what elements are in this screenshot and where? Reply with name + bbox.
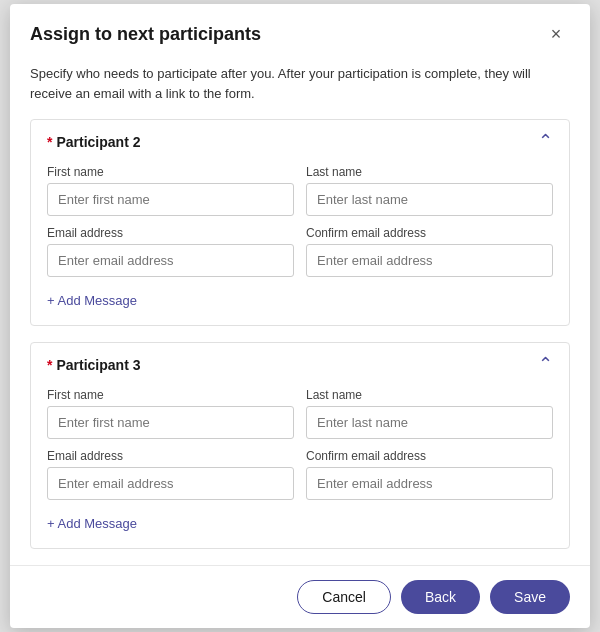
modal-dialog: Assign to next participants × Specify wh… bbox=[10, 4, 590, 628]
participant-2-confirm-email-group: Confirm email address bbox=[306, 226, 553, 277]
participant-3-email-row: Email address Confirm email address bbox=[47, 449, 553, 500]
participant-2-email-group: Email address bbox=[47, 226, 294, 277]
participant-2-name-row: First name Last name bbox=[47, 165, 553, 216]
participant-2-lastname-label: Last name bbox=[306, 165, 553, 179]
participant-3-header: *Participant 3 bbox=[47, 355, 553, 374]
participant-3-email-label: Email address bbox=[47, 449, 294, 463]
modal-footer: Cancel Back Save bbox=[10, 565, 590, 628]
participant-3-email-group: Email address bbox=[47, 449, 294, 500]
participant-3-firstname-label: First name bbox=[47, 388, 294, 402]
modal-body: *Participant 2 First name Last name bbox=[10, 119, 590, 565]
participant-2-email-label: Email address bbox=[47, 226, 294, 240]
cancel-button[interactable]: Cancel bbox=[297, 580, 391, 614]
participant-3-title: *Participant 3 bbox=[47, 357, 140, 373]
participant-3-add-message-button[interactable]: + Add Message bbox=[47, 516, 137, 531]
participant-3-lastname-group: Last name bbox=[306, 388, 553, 439]
modal-header: Assign to next participants × bbox=[10, 4, 590, 60]
modal-title: Assign to next participants bbox=[30, 24, 261, 45]
participant-3-confirm-email-label: Confirm email address bbox=[306, 449, 553, 463]
participant-2-collapse-button[interactable] bbox=[538, 132, 553, 151]
participant-3-section: *Participant 3 First name Last name bbox=[30, 342, 570, 549]
participant-2-email-input[interactable] bbox=[47, 244, 294, 277]
participant-3-chevron-icon bbox=[538, 355, 553, 374]
back-button[interactable]: Back bbox=[401, 580, 480, 614]
close-button[interactable]: × bbox=[542, 20, 570, 48]
participant-2-confirm-email-input[interactable] bbox=[306, 244, 553, 277]
modal-overlay: Assign to next participants × Specify wh… bbox=[0, 0, 600, 632]
participant-2-firstname-label: First name bbox=[47, 165, 294, 179]
participant-2-firstname-input[interactable] bbox=[47, 183, 294, 216]
modal-description: Specify who needs to participate after y… bbox=[10, 60, 590, 119]
participant-3-confirm-email-group: Confirm email address bbox=[306, 449, 553, 500]
participant-2-chevron-icon bbox=[538, 132, 553, 151]
participant-3-required-indicator: * bbox=[47, 357, 52, 373]
participant-2-email-row: Email address Confirm email address bbox=[47, 226, 553, 277]
save-button[interactable]: Save bbox=[490, 580, 570, 614]
participant-3-firstname-input[interactable] bbox=[47, 406, 294, 439]
participant-2-lastname-input[interactable] bbox=[306, 183, 553, 216]
participant-2-header: *Participant 2 bbox=[47, 132, 553, 151]
participant-2-title: *Participant 2 bbox=[47, 134, 140, 150]
participant-3-email-input[interactable] bbox=[47, 467, 294, 500]
participant-2-required-indicator: * bbox=[47, 134, 52, 150]
participant-3-firstname-group: First name bbox=[47, 388, 294, 439]
participant-2-confirm-email-label: Confirm email address bbox=[306, 226, 553, 240]
participant-3-lastname-input[interactable] bbox=[306, 406, 553, 439]
participant-3-lastname-label: Last name bbox=[306, 388, 553, 402]
participant-2-add-message-button[interactable]: + Add Message bbox=[47, 293, 137, 308]
participant-3-confirm-email-input[interactable] bbox=[306, 467, 553, 500]
participant-2-section: *Participant 2 First name Last name bbox=[30, 119, 570, 326]
participant-3-name-row: First name Last name bbox=[47, 388, 553, 439]
participant-2-firstname-group: First name bbox=[47, 165, 294, 216]
participant-2-lastname-group: Last name bbox=[306, 165, 553, 216]
participant-3-collapse-button[interactable] bbox=[538, 355, 553, 374]
